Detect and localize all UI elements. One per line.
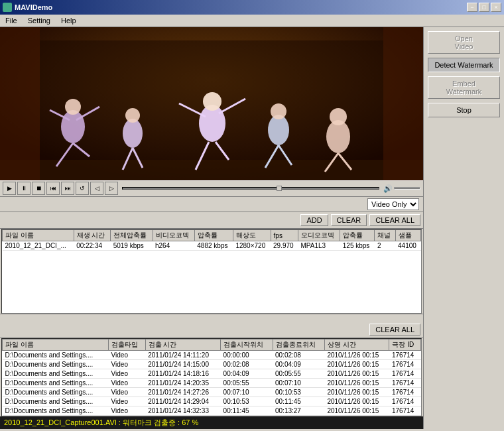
main-content: ▶ ⏸ ⏹ ⏮ ⏭ ↺ ◁ ▷ 🔊 Video Only Audio Only … <box>0 27 504 429</box>
svg-rect-1 <box>0 160 423 180</box>
svg-point-5 <box>61 110 85 143</box>
menu-setting[interactable]: Setting <box>25 16 53 25</box>
svg-rect-3 <box>383 27 423 180</box>
controls-bar: ▶ ⏸ ⏹ ⏮ ⏭ ↺ ◁ ▷ 🔊 <box>0 180 423 197</box>
col-audio-codec: 오디오코덱 <box>298 230 340 241</box>
col-channel: 채널 <box>375 230 395 241</box>
svg-point-16 <box>203 92 221 111</box>
close-button[interactable]: × <box>491 3 501 12</box>
col-filename: 파일 이름 <box>3 230 74 241</box>
bcol-detect-time: 검출 시간 <box>145 339 220 351</box>
clear-button[interactable]: CLEAR <box>331 214 367 226</box>
stop-button[interactable]: ⏹ <box>32 182 45 195</box>
left-panel: ▶ ⏸ ⏹ ⏮ ⏭ ↺ ◁ ▷ 🔊 Video Only Audio Only … <box>0 27 423 429</box>
svg-point-22 <box>271 103 286 119</box>
col-total-bitrate: 전체압축률 <box>111 230 153 241</box>
table-row[interactable]: D:\Documents and Settings....Video2011/0… <box>3 388 421 397</box>
right-panel: OpenVideo Detect Watermark EmbedWatermar… <box>423 27 504 429</box>
window-title: MAVIDemo <box>15 3 52 11</box>
menu-bar: File Setting Help <box>0 15 504 27</box>
embed-watermark-button[interactable]: EmbedWatermark <box>428 76 500 99</box>
top-toolbar: ADD CLEAR CLEAR ALL <box>0 212 423 229</box>
frame-next-button[interactable]: ▷ <box>105 182 118 195</box>
volume-area: 🔊 <box>383 184 420 193</box>
top-table-section: ADD CLEAR CLEAR ALL 파일 이름 재생 시간 전체압축률 비디… <box>0 212 423 322</box>
col-resolution: 해상도 <box>233 230 271 241</box>
col-duration: 재생 시간 <box>74 230 111 241</box>
svg-point-26 <box>330 108 347 125</box>
status-bar: 2010_12_21_DCI_Capture001.AVI : 워터마크 검출중… <box>0 416 423 429</box>
detect-watermark-button[interactable]: Detect Watermark <box>428 58 500 72</box>
table-row[interactable]: D:\Documents and Settings....Video2011/0… <box>3 397 421 406</box>
col-video-codec: 비디오코덱 <box>153 230 194 241</box>
loop-button[interactable]: ↺ <box>76 182 89 195</box>
col-sample: 샘플 <box>395 230 420 241</box>
app-icon <box>3 3 12 12</box>
col-fps: fps <box>271 230 298 241</box>
svg-point-12 <box>125 108 140 123</box>
bcol-end-pos: 검출종료위치 <box>273 339 324 351</box>
open-video-button[interactable]: OpenVideo <box>428 31 500 54</box>
bcol-type: 검출타입 <box>109 339 146 351</box>
clear-all-button[interactable]: CLEAR ALL <box>369 214 420 226</box>
next-button[interactable]: ⏭ <box>61 182 74 195</box>
pause-button[interactable]: ⏸ <box>17 182 31 195</box>
top-table-container: 파일 이름 재생 시간 전체압축률 비디오코덱 압축률 해상도 fps 오디오코… <box>1 229 422 314</box>
prev-button[interactable]: ⏮ <box>46 182 60 195</box>
volume-icon: 🔊 <box>383 184 393 193</box>
bottom-clear-all-button[interactable]: CLEAR ALL <box>369 324 420 336</box>
title-bar: MAVIDemo − □ × <box>0 0 504 15</box>
bottom-table-section: CLEAR ALL 파일 이름 검출타입 검출 시간 검출시작위치 검출종료위치… <box>0 322 423 416</box>
maximize-button[interactable]: □ <box>479 3 489 12</box>
volume-bar[interactable] <box>394 187 420 190</box>
bcol-theater-id: 극장 ID <box>389 339 421 351</box>
svg-rect-2 <box>0 27 40 180</box>
minimize-button[interactable]: − <box>467 3 477 12</box>
play-button[interactable]: ▶ <box>3 182 16 195</box>
seek-bar[interactable] <box>122 187 379 190</box>
video-area <box>0 27 423 180</box>
add-button[interactable]: ADD <box>300 214 328 226</box>
status-text: 2010_12_21_DCI_Capture001.AVI : 워터마크 검출중… <box>4 418 198 428</box>
bcol-start-pos: 검출시작위치 <box>221 339 273 351</box>
top-table: 파일 이름 재생 시간 전체압축률 비디오코덱 압축률 해상도 fps 오디오코… <box>2 229 421 251</box>
bottom-table: 파일 이름 검출타입 검출 시간 검출시작위치 검출종료위치 상영 시간 극장 … <box>2 339 421 416</box>
bcol-filename: 파일 이름 <box>3 339 109 351</box>
bottom-table-container: 파일 이름 검출타입 검출 시간 검출시작위치 검출종료위치 상영 시간 극장 … <box>1 338 422 416</box>
table-row[interactable]: D:\Documents and Settings....Video2011/0… <box>3 379 421 388</box>
col-audio-bitrate: 압축률 <box>340 230 375 241</box>
table-row[interactable]: D:\Documents and Settings....Video2011/0… <box>3 351 421 360</box>
top-scrollbar[interactable] <box>0 314 423 322</box>
view-mode-select[interactable]: Video Only Audio Only Both <box>367 198 419 210</box>
svg-point-11 <box>123 119 143 148</box>
table-row[interactable]: D:\Documents and Settings....Video2011/0… <box>3 369 421 379</box>
bcol-screen-time: 상영 시간 <box>324 339 389 351</box>
stop-button-right[interactable]: Stop <box>428 103 500 117</box>
table-row[interactable]: 2010_12_21_DCI_...00:22:345019 kbpsh2644… <box>3 241 421 251</box>
menu-help[interactable]: Help <box>58 16 79 25</box>
svg-point-6 <box>65 99 81 115</box>
frame-prev-button[interactable]: ◁ <box>90 182 103 195</box>
col-bitrate: 압축률 <box>194 230 233 241</box>
seek-thumb[interactable] <box>277 186 282 191</box>
table-row[interactable]: D:\Documents and Settings....Video2011/0… <box>3 360 421 369</box>
menu-file[interactable]: File <box>3 16 20 25</box>
bottom-toolbar: CLEAR ALL <box>0 322 423 338</box>
table-row[interactable]: D:\Documents and Settings....Video2011/0… <box>3 406 421 416</box>
dropdown-bar: Video Only Audio Only Both <box>0 197 423 212</box>
video-frame <box>0 27 423 180</box>
